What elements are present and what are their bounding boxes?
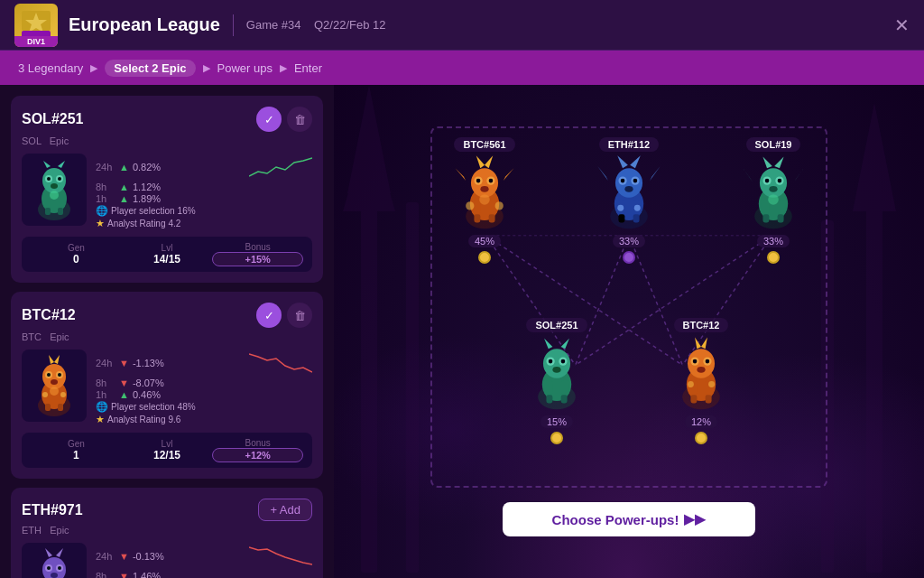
monster-circle-btc561 xyxy=(478,251,491,264)
svg-rect-31 xyxy=(58,404,63,411)
svg-point-137 xyxy=(693,359,698,364)
breadcrumb-select-epic[interactable]: Select 2 Epic xyxy=(105,60,195,77)
svg-marker-93 xyxy=(650,166,661,181)
header-meta: Game #34 Q2/22/Feb 12 xyxy=(246,18,386,32)
trash-button-sol251[interactable]: 🗑 xyxy=(287,107,312,132)
svg-point-34 xyxy=(60,392,66,397)
card-stats-btc12: 24h ▼ -1.13% 8h ▼ -8.07% 1h ▲ xyxy=(96,350,312,425)
monster-sol19: SOL#19 xyxy=(737,137,809,264)
svg-rect-129 xyxy=(561,380,569,395)
monster-circle-btc12-field xyxy=(695,432,707,444)
svg-point-107 xyxy=(778,179,782,183)
monster-btc12-field: BTC#12 xyxy=(665,318,737,444)
div-badge: DIV1 xyxy=(14,36,58,47)
svg-marker-126 xyxy=(561,339,569,350)
svg-marker-91 xyxy=(630,155,641,168)
svg-rect-13 xyxy=(43,195,51,208)
svg-point-44 xyxy=(51,573,58,578)
svg-point-147 xyxy=(708,381,715,387)
svg-point-146 xyxy=(688,381,694,387)
svg-point-75 xyxy=(480,186,488,192)
breadcrumb: 3 Legendary ▶ Select 2 Epic ▶ Power ups … xyxy=(0,51,924,85)
svg-marker-25 xyxy=(49,355,54,364)
svg-point-23 xyxy=(47,373,51,377)
svg-rect-98 xyxy=(633,214,640,222)
svg-marker-110 xyxy=(743,168,753,182)
svg-rect-144 xyxy=(690,395,697,403)
svg-rect-16 xyxy=(58,208,63,215)
svg-marker-74 xyxy=(504,168,514,181)
breadcrumb-enter[interactable]: Enter xyxy=(294,61,322,75)
monster-img-eth971 xyxy=(22,543,87,578)
svg-point-89 xyxy=(633,179,638,183)
formation-box: BTC#561 xyxy=(430,126,827,488)
svg-rect-79 xyxy=(489,214,495,222)
svg-marker-73 xyxy=(456,168,467,181)
breadcrumb-arrow-2: ▶ xyxy=(203,62,210,74)
check-button-btc12[interactable]: ✓ xyxy=(256,303,282,328)
card-subtitle-eth971: ETH Epic xyxy=(22,525,312,536)
svg-point-69 xyxy=(476,179,481,183)
svg-point-41 xyxy=(58,566,61,570)
svg-point-24 xyxy=(58,373,61,377)
svg-point-8 xyxy=(47,177,51,181)
svg-marker-42 xyxy=(45,548,52,557)
monster-sol251-field: SOL#251 xyxy=(521,318,593,444)
close-button[interactable]: ✕ xyxy=(894,14,910,36)
svg-marker-92 xyxy=(597,166,608,181)
card-subtitle-btc12: BTC Epic xyxy=(22,331,312,342)
card-subtitle-sol251: SOL Epic xyxy=(22,135,312,146)
svg-marker-43 xyxy=(56,548,63,557)
svg-rect-145 xyxy=(706,395,712,403)
svg-marker-108 xyxy=(762,156,772,168)
svg-point-9 xyxy=(58,177,61,181)
svg-rect-128 xyxy=(544,380,552,395)
svg-point-100 xyxy=(634,205,641,211)
svg-point-80 xyxy=(479,194,490,205)
svg-point-81 xyxy=(466,201,474,210)
svg-point-94 xyxy=(624,186,633,192)
card-footer-sol251: Gen 0 Lvl 14/15 Bonus +15% xyxy=(22,237,312,272)
svg-marker-90 xyxy=(617,155,628,168)
svg-point-12 xyxy=(51,183,58,189)
svg-rect-116 xyxy=(778,214,784,222)
svg-rect-115 xyxy=(762,214,769,222)
card-stats-sol251: 24h ▲ 0.82% 8h ▲ 1.12% 1h ▲ xyxy=(96,154,312,229)
choose-powerups-button[interactable]: Choose Power-ups! ▶▶ xyxy=(503,502,755,536)
header: DIV1 European League Game #34 Q2/22/Feb … xyxy=(0,0,924,51)
svg-point-141 xyxy=(697,367,705,373)
svg-rect-97 xyxy=(618,214,624,222)
svg-marker-125 xyxy=(544,339,552,350)
svg-point-32 xyxy=(50,387,59,396)
breadcrumb-power-ups[interactable]: Power ups xyxy=(217,61,273,75)
card-sol251: SOL#251 ✓ 🗑 SOL Epic xyxy=(11,96,323,283)
main-area: SOL#251 ✓ 🗑 SOL Epic xyxy=(0,85,924,578)
svg-rect-130 xyxy=(546,395,552,403)
svg-rect-15 xyxy=(45,208,51,215)
svg-point-70 xyxy=(489,179,494,183)
card-eth971: ETH#971 + Add ETH Epic xyxy=(11,488,323,578)
svg-marker-11 xyxy=(58,161,65,168)
left-panel: SOL#251 ✓ 🗑 SOL Epic xyxy=(0,85,334,578)
breadcrumb-legendary[interactable]: 3 Legendary xyxy=(18,61,83,75)
svg-point-123 xyxy=(549,359,553,364)
svg-point-17 xyxy=(50,191,59,200)
svg-rect-131 xyxy=(561,395,568,403)
check-button-sol251[interactable]: ✓ xyxy=(256,107,282,132)
svg-point-88 xyxy=(621,179,625,183)
svg-rect-30 xyxy=(45,404,51,411)
svg-marker-72 xyxy=(485,155,493,168)
svg-rect-78 xyxy=(474,214,480,222)
card-btc12: BTC#12 ✓ 🗑 BTC Epic xyxy=(11,292,323,479)
svg-point-40 xyxy=(47,566,51,570)
card-title-eth971: ETH#971 xyxy=(22,502,83,518)
svg-marker-139 xyxy=(695,337,701,349)
svg-point-117 xyxy=(768,194,779,205)
monster-eth112: ETH#112 xyxy=(593,137,665,264)
svg-marker-109 xyxy=(774,156,783,168)
trash-button-btc12[interactable]: 🗑 xyxy=(287,303,312,328)
svg-marker-71 xyxy=(476,155,485,168)
add-button-eth971[interactable]: + Add xyxy=(258,499,312,521)
monster-btc561: BTC#561 xyxy=(448,137,521,264)
breadcrumb-arrow-1: ▶ xyxy=(90,62,97,74)
